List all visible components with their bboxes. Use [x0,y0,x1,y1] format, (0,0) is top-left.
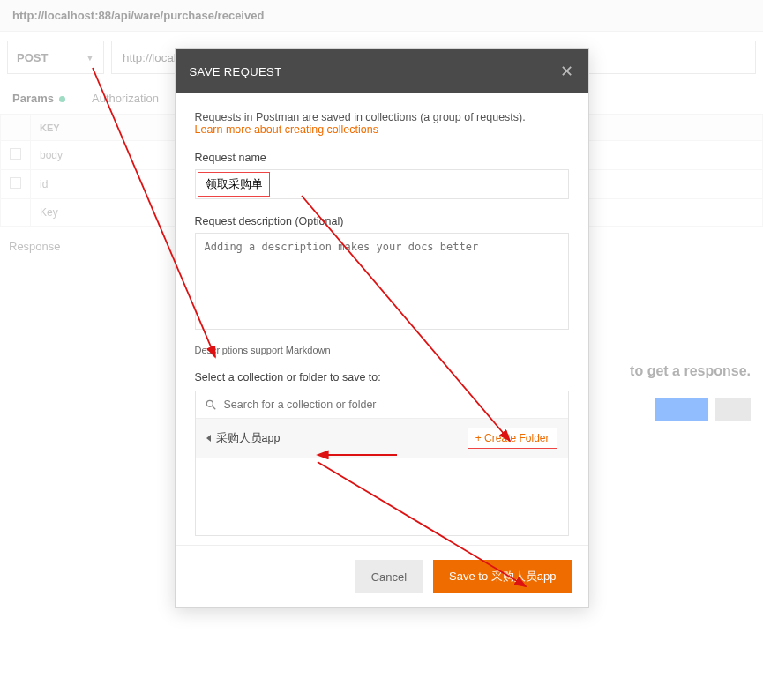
collection-name: 采购人员app [216,431,281,446]
close-icon[interactable]: ✕ [560,62,573,81]
info-line: Requests in Postman are saved in collect… [195,111,569,123]
collection-picker: 采购人员app + Create Folder [195,391,569,536]
modal-overlay: SAVE REQUEST ✕ Requests in Postman are s… [0,0,763,700]
cancel-button[interactable]: Cancel [355,560,423,593]
svg-line-1 [212,406,215,410]
modal-title: SAVE REQUEST [190,65,282,78]
request-name-input[interactable] [198,172,270,197]
svg-point-0 [206,400,213,406]
collection-empty-area [196,458,568,535]
save-button[interactable]: Save to 采购人员app [433,560,572,593]
create-folder-button[interactable]: + Create Folder [468,428,557,449]
modal-footer: Cancel Save to 采购人员app [176,545,588,607]
request-desc-input[interactable] [195,233,569,330]
search-icon [205,398,217,411]
collection-search-input[interactable] [224,398,559,411]
collection-search-row [196,391,568,419]
request-name-wrapper [195,169,569,199]
collection-row[interactable]: 采购人员app + Create Folder [196,419,568,458]
modal-header: SAVE REQUEST ✕ [176,49,588,93]
collection-row-left: 采购人员app [206,431,281,446]
request-desc-label: Request description (Optional) [195,215,569,227]
markdown-hint: Descriptions support Markdown [195,345,569,355]
save-request-modal: SAVE REQUEST ✕ Requests in Postman are s… [175,48,589,608]
modal-body: Requests in Postman are saved in collect… [176,93,588,545]
request-name-label: Request name [195,152,569,164]
caret-left-icon[interactable] [206,435,211,442]
select-collection-label: Select a collection or folder to save to… [195,371,569,384]
learn-more-link[interactable]: Learn more about creating collections [195,123,569,136]
